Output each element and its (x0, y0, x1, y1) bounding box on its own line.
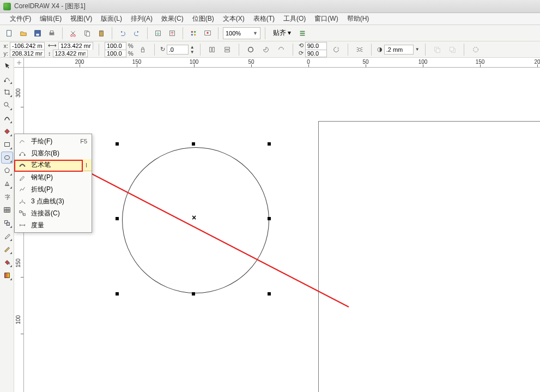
app-launcher-button[interactable] (187, 27, 199, 39)
flyout-item-bezier[interactable]: 贝塞尔(B) (15, 147, 92, 159)
menu-table[interactable]: 表格(T) (253, 14, 275, 23)
selection-handle[interactable] (268, 292, 271, 295)
open-button[interactable] (17, 27, 29, 39)
wrap-text-button[interactable] (354, 44, 366, 56)
mirror-h-button[interactable] (206, 44, 218, 56)
svg-point-38 (24, 154, 26, 156)
standard-toolbar: ▼ 贴齐 ▾ (0, 25, 540, 41)
outline-width: ◑ ▼ (377, 45, 420, 55)
redo-button[interactable] (131, 27, 143, 39)
chevron-down-icon[interactable]: ▼ (253, 31, 258, 36)
flyout-item-3pt[interactable]: 3 点曲线(3) (15, 195, 92, 207)
pie-button[interactable] (260, 44, 272, 56)
paste-button[interactable] (95, 27, 107, 39)
flyout-label: 折线(P) (31, 185, 70, 194)
arc-end-input[interactable] (305, 50, 327, 57)
pos-x-input2[interactable] (10, 42, 45, 50)
menu-view[interactable]: 视图(V) (70, 14, 92, 23)
svg-rect-23 (436, 49, 440, 52)
convert-curve-button[interactable] (470, 44, 482, 56)
cut-button[interactable] (67, 27, 79, 39)
fill-tool[interactable] (1, 256, 13, 268)
interactive-fill-tool[interactable] (1, 269, 13, 281)
svg-point-26 (473, 47, 478, 52)
export-button[interactable] (166, 27, 178, 39)
smartfill-tool[interactable] (1, 125, 13, 137)
menu-help[interactable]: 帮助(H) (347, 14, 369, 23)
ellipse-tool[interactable] (1, 152, 13, 164)
to-front-button[interactable] (431, 44, 443, 56)
arc-start-icon: ⟲ (299, 42, 304, 49)
menu-effects[interactable]: 效果(C) (161, 14, 184, 23)
rotation: ↻ ▲▼ (160, 45, 195, 55)
svg-point-16 (194, 33, 196, 35)
svg-rect-10 (100, 30, 102, 32)
selection-handle[interactable] (116, 292, 119, 295)
copy-button[interactable] (81, 27, 93, 39)
zoom-combo[interactable]: ▼ (223, 27, 260, 39)
crop-tool[interactable] (1, 86, 13, 98)
menu-file[interactable]: 文件(F) (10, 14, 31, 23)
text-tool[interactable]: 字 (1, 191, 13, 203)
menu-edit[interactable]: 编辑(E) (40, 14, 62, 23)
table-tool[interactable] (1, 204, 13, 216)
lock-ratio-button[interactable] (137, 44, 149, 56)
flyout-item-connector[interactable]: 连接器(C) (15, 207, 92, 219)
zoom-tool[interactable] (1, 99, 13, 111)
menu-layout[interactable]: 版面(L) (101, 14, 122, 23)
outline-tool[interactable] (1, 243, 13, 255)
flyout-item-artistic[interactable]: 艺术笔I (15, 159, 92, 171)
undo-button[interactable] (117, 27, 129, 39)
import-button[interactable] (152, 27, 164, 39)
ellipse-type-button[interactable] (245, 44, 257, 56)
svg-rect-27 (4, 81, 5, 82)
shape-tool[interactable] (1, 73, 13, 85)
options-button[interactable] (296, 27, 308, 39)
arc-start-input[interactable] (305, 42, 327, 50)
new-button[interactable] (3, 27, 15, 39)
menu-tools[interactable]: 工具(O) (283, 14, 306, 23)
menu-window[interactable]: 窗口(W) (314, 14, 338, 23)
flyout-item-freehand[interactable]: 手绘(F)F5 (15, 135, 92, 147)
pick-tool[interactable] (1, 60, 13, 72)
to-back-button[interactable] (446, 44, 458, 56)
save-button[interactable] (32, 27, 44, 39)
selection-handle[interactable] (116, 217, 119, 220)
scale-y-input[interactable] (105, 50, 126, 57)
snap-dropdown[interactable]: 贴齐 ▾ (270, 28, 294, 38)
interactive-tool[interactable] (1, 217, 13, 229)
eyedropper-tool[interactable] (1, 230, 13, 242)
drawing-canvas[interactable]: × (24, 68, 540, 392)
menu-arrange[interactable]: 排列(A) (131, 14, 153, 23)
rotation-input[interactable] (167, 45, 189, 55)
welcome-button[interactable] (202, 27, 214, 39)
zoom-input[interactable] (226, 30, 251, 37)
scale-x-input[interactable] (105, 42, 126, 50)
rectangle-tool[interactable] (1, 138, 13, 150)
horizontal-ruler[interactable]: 2001501005005010015020 (14, 58, 540, 68)
height-input[interactable] (53, 50, 88, 57)
curve-tool[interactable] (1, 112, 13, 124)
freehand-icon (18, 137, 27, 146)
direction-button[interactable] (330, 44, 342, 56)
flyout-item-polyline[interactable]: 折线(P) (15, 183, 92, 195)
flyout-item-pen[interactable]: 钢笔(P) (15, 171, 92, 183)
selection-handle[interactable] (192, 142, 195, 146)
polygon-tool[interactable] (1, 165, 13, 177)
selection-handle[interactable] (268, 217, 271, 220)
ruler-origin[interactable] (14, 58, 24, 68)
flyout-item-dimension[interactable]: 度量 (15, 219, 92, 231)
width-input[interactable] (58, 42, 93, 50)
pos-y-input[interactable] (10, 50, 45, 57)
outline-input[interactable] (384, 45, 414, 55)
menu-text[interactable]: 文本(X) (223, 14, 245, 23)
selection-handle[interactable] (116, 142, 119, 146)
selection-handle[interactable] (268, 142, 271, 146)
print-button[interactable] (46, 27, 58, 39)
selection-handle[interactable] (192, 292, 195, 295)
arc-button[interactable] (275, 44, 287, 56)
basic-shapes-tool[interactable] (1, 178, 13, 190)
menu-bitmap[interactable]: 位图(B) (192, 14, 214, 23)
chevron-down-icon[interactable]: ▼ (415, 47, 420, 52)
mirror-v-button[interactable] (221, 44, 233, 56)
